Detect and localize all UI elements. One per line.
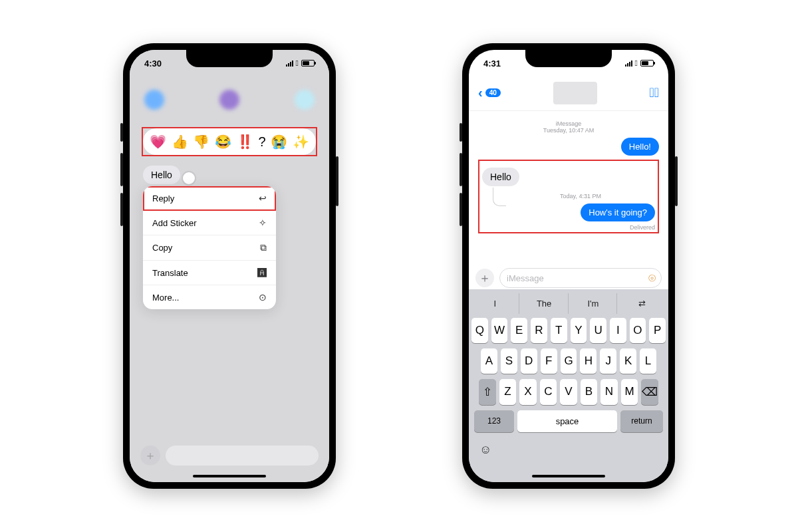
wifi-icon: 􀙇 [635,59,638,68]
bubble-tail-icon [182,171,196,186]
key-u[interactable]: U [590,318,606,343]
emoji-keyboard-icon[interactable]: ☺ [479,443,491,457]
conversation-body[interactable]: iMessage Tuesday, 10:47 AM Hello! Hello … [469,112,668,266]
key-j[interactable]: J [600,348,616,374]
conversation-header: ‹ 40 ▢⃞ [469,75,668,111]
power-button [675,156,678,206]
key-w[interactable]: W [491,318,508,343]
timestamp-label: Today, 4:31 PM [506,193,655,200]
notch [525,50,612,67]
facetime-icon[interactable]: ▢⃞ [649,85,659,100]
key-123[interactable]: 123 [474,410,514,432]
key-z[interactable]: Z [499,379,517,405]
tapback-thumbsup-icon[interactable]: 👍 [172,134,188,150]
copy-icon [260,242,267,253]
key-o[interactable]: O [630,318,646,343]
battery-icon [640,60,654,66]
composer-blurred: ＋ [140,444,319,467]
key-d[interactable]: D [521,348,537,374]
outgoing-message[interactable]: Hello! [621,138,659,156]
key-a[interactable]: A [481,348,497,374]
suggestion-bar: I The I'm ⇄ [471,293,666,314]
back-button[interactable]: ‹ 40 [478,85,501,100]
screen-right: 4:31 􀙇 ‹ 40 ▢⃞ iMessage Tuesday, 10:47 A… [469,50,668,482]
chevron-left-icon: ‹ [478,85,483,100]
key-s[interactable]: S [501,348,517,374]
key-b[interactable]: B [581,379,598,405]
menu-add-sticker[interactable]: Add Sticker [143,211,276,235]
context-menu: Reply Add Sticker Copy Translate More... [143,186,276,309]
add-attachment-button[interactable]: ＋ [475,269,494,287]
home-indicator[interactable] [532,475,605,477]
key-i[interactable]: I [610,318,626,343]
key-v[interactable]: V [560,379,577,405]
tapback-thumbsdown-icon[interactable]: 👎 [193,134,209,150]
key-t[interactable]: T [551,318,567,343]
key-row-bottom: 123 space return [471,410,666,432]
status-time: 4:31 [483,59,501,68]
menu-translate[interactable]: Translate [143,261,276,285]
suggestion[interactable]: ⇄ [618,293,666,314]
sticker-icon [259,217,267,228]
tapback-sparkle-icon[interactable]: ✨ [293,134,309,150]
menu-translate-label: Translate [152,268,188,278]
key-c[interactable]: C [540,379,557,405]
wifi-icon: 􀙇 [296,59,299,68]
battery-icon [301,60,315,66]
key-backspace[interactable] [641,379,658,405]
key-l[interactable]: L [640,348,656,374]
volume-button [460,123,462,142]
suggestion[interactable]: The [521,293,569,314]
suggestion[interactable]: I [471,293,519,314]
key-f[interactable]: F [541,348,557,374]
menu-more-label: More... [152,293,179,303]
key-row-3: Z X C V B N M [471,379,666,405]
menu-reply[interactable]: Reply [143,186,276,211]
volume-button [460,193,462,226]
key-r[interactable]: R [531,318,547,343]
key-n[interactable]: N [600,379,618,405]
more-icon [259,292,267,303]
home-indicator[interactable] [193,475,266,477]
message-input[interactable]: iMessage ⦾ [499,268,662,288]
plus-icon: ＋ [140,446,160,466]
selected-message[interactable]: Hello [143,166,180,184]
key-y[interactable]: Y [571,318,587,343]
key-x[interactable]: X [519,379,537,405]
key-e[interactable]: E [511,318,527,343]
key-row-1: Q W E R T Y U I O P [471,318,666,343]
volume-button [460,153,462,186]
key-return[interactable]: return [620,410,663,432]
incoming-message[interactable]: Hello [482,168,519,186]
tapback-emoji-icon[interactable]: 😭 [271,134,287,150]
notch [186,50,273,67]
menu-more[interactable]: More... [143,285,276,309]
key-g[interactable]: G [561,348,577,374]
key-k[interactable]: K [620,348,636,374]
tapback-highlight: 💗 👍 👎 😂 ‼️ ? 😭 ✨ [142,127,317,156]
unread-badge: 40 [485,88,501,97]
delivered-label: Delivered [506,224,655,231]
key-h[interactable]: H [580,348,597,374]
menu-reply-label: Reply [152,194,174,203]
tapback-exclaim-icon[interactable]: ‼️ [237,134,253,150]
outgoing-reply-message[interactable]: How's it going? [581,203,655,221]
tapback-heart-icon[interactable]: 💗 [150,134,166,150]
phone-right: 4:31 􀙇 ‹ 40 ▢⃞ iMessage Tuesday, 10:47 A… [462,43,675,489]
menu-copy-label: Copy [152,243,172,253]
contact-avatar[interactable] [553,82,597,104]
translate-icon [257,267,267,278]
key-q[interactable]: Q [471,318,488,343]
key-m[interactable]: M [621,379,638,405]
reply-thread-highlight: Hello Today, 4:31 PM How's it going? Del… [478,160,659,233]
key-space[interactable]: space [517,410,617,432]
menu-copy[interactable]: Copy [143,235,276,261]
tapback-question-icon[interactable]: ? [258,134,265,150]
dictation-icon[interactable]: ⦾ [648,273,656,284]
key-p[interactable]: P [649,318,666,343]
message-input-placeholder: iMessage [507,273,544,283]
tapback-haha-icon[interactable]: 😂 [215,134,231,150]
key-shift[interactable] [479,379,496,405]
suggestion[interactable]: I'm [570,293,618,314]
power-button [336,156,338,206]
